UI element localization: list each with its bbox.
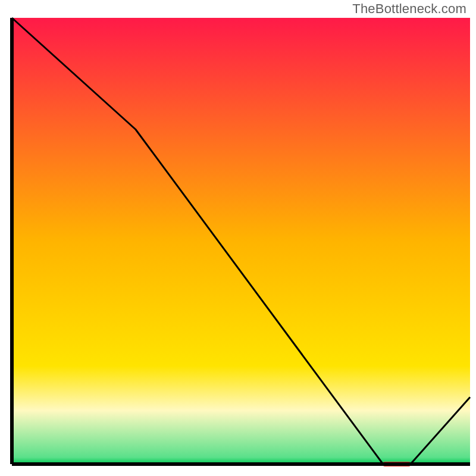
bottleneck-chart [0,0,476,476]
gradient-background [12,18,470,464]
